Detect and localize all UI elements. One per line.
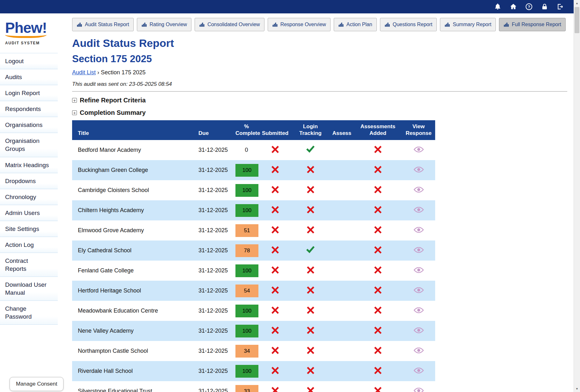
sidebar-item-organisation-groups[interactable]: Organisation Groups: [0, 133, 58, 157]
table-body: Bedford Manor Academy31-12-20250Buckingh…: [72, 140, 435, 392]
eye-icon[interactable]: [413, 347, 424, 354]
view-response-cell: [402, 361, 435, 381]
tab-label: Summary Report: [453, 22, 491, 27]
sidebar-item-action-log[interactable]: Action Log: [0, 237, 58, 253]
cross-icon: [271, 246, 279, 254]
table-row: Northampton Castle School31-12-202534: [72, 341, 435, 361]
eye-icon[interactable]: [413, 287, 424, 293]
submitted-cell: [259, 341, 291, 361]
sidebar-item-download-user-manual[interactable]: Download User Manual: [0, 277, 58, 301]
view-response-cell: [402, 281, 435, 301]
percent-complete-cell: 100: [234, 321, 259, 341]
assess-cell: [330, 140, 354, 160]
table-row: Ely Cathedral School31-12-202578: [72, 240, 435, 261]
due-date-cell: 31-12-2025: [197, 301, 234, 321]
cross-icon: [306, 226, 315, 234]
percent-complete-cell: 54: [234, 281, 259, 301]
logout-icon[interactable]: [556, 3, 564, 11]
sidebar-item-change-password[interactable]: Change Password: [0, 301, 58, 325]
eye-icon[interactable]: [413, 267, 424, 273]
sidebar-item-login-report[interactable]: Login Report: [0, 85, 58, 101]
eye-icon[interactable]: [413, 186, 424, 193]
eye-icon[interactable]: [413, 146, 424, 153]
table-row: Meadowbank Education Centre31-12-2025100: [72, 301, 435, 321]
eye-icon[interactable]: [413, 247, 424, 253]
sidebar-item-dropdowns[interactable]: Dropdowns: [0, 173, 58, 189]
sidebar-item-logout[interactable]: Logout: [0, 53, 58, 69]
sidebar-item-respondents[interactable]: Respondents: [0, 101, 58, 117]
org-title-cell: Hertford Heritage School: [72, 281, 197, 301]
org-title-cell: Riverdale Hall School: [72, 361, 197, 381]
cross-icon: [271, 346, 279, 355]
manage-consent-button[interactable]: Manage Consent: [10, 377, 63, 391]
sidebar-item-audits[interactable]: Audits: [0, 69, 58, 85]
view-response-cell: [402, 261, 435, 281]
expander-label: Refine Report Criteria: [80, 97, 146, 104]
cross-icon: [271, 266, 279, 274]
percent-complete-badge: 100: [235, 204, 258, 217]
table-row: Riverdale Hall School31-12-2025100: [72, 361, 435, 381]
cross-icon: [271, 165, 279, 174]
table-row: Hertford Heritage School31-12-202554: [72, 281, 435, 301]
sidebar-item-chronology[interactable]: Chronology: [0, 189, 58, 205]
cross-icon: [374, 246, 382, 254]
cross-icon: [271, 306, 279, 314]
cross-icon: [374, 226, 382, 234]
completion-summary-expander[interactable]: + Completion Summary: [72, 109, 567, 116]
eye-icon[interactable]: [413, 387, 424, 392]
report-tabs: Audit Status ReportRating OverviewConsol…: [72, 18, 567, 31]
sidebar-item-organisations[interactable]: Organisations: [0, 117, 58, 133]
login-tracking-cell: [291, 200, 330, 220]
due-date-cell: 31-12-2025: [197, 261, 234, 281]
expander-label: Completion Summary: [80, 109, 146, 116]
assess-cell: [330, 361, 354, 381]
due-date-cell: 31-12-2025: [197, 281, 234, 301]
submitted-cell: [259, 240, 291, 261]
scroll-thumb[interactable]: [575, 7, 579, 33]
tab-label: Action Plan: [346, 22, 372, 27]
audit-sent-note: This audit was sent on: 23-05-2025 08:54: [72, 81, 567, 87]
sidebar-item-contract-reports[interactable]: Contract Reports: [0, 253, 58, 277]
tab-full-response-report[interactable]: Full Response Report: [499, 18, 566, 31]
tab-summary-report[interactable]: Summary Report: [440, 18, 496, 31]
cross-icon: [271, 185, 279, 194]
tab-action-plan[interactable]: Action Plan: [334, 18, 377, 31]
percent-complete-badge: 78: [235, 244, 258, 257]
assess-cell: [330, 240, 354, 261]
tab-audit-status-report[interactable]: Audit Status Report: [72, 18, 134, 31]
breadcrumb-audit-list-link[interactable]: Audit List: [72, 69, 96, 76]
sidebar-item-admin-users[interactable]: Admin Users: [0, 205, 58, 221]
help-icon[interactable]: ?: [525, 3, 533, 11]
scrollbar[interactable]: ▲ ▼: [574, 0, 580, 392]
home-icon[interactable]: [509, 3, 517, 11]
cross-icon: [306, 386, 315, 392]
submitted-cell: [259, 160, 291, 180]
eye-icon[interactable]: [413, 367, 424, 374]
tab-label: Consolidated Overview: [207, 22, 260, 27]
eye-icon[interactable]: [413, 166, 424, 173]
eye-icon[interactable]: [413, 206, 424, 213]
login-tracking-cell: [291, 301, 330, 321]
eye-icon[interactable]: [413, 226, 424, 233]
tab-consolidated-overview[interactable]: Consolidated Overview: [195, 18, 264, 31]
percent-complete-cell: 51: [234, 220, 259, 240]
table-row: Buckingham Green College31-12-2025100: [72, 160, 435, 180]
lock-icon[interactable]: [541, 3, 548, 11]
scroll-up-arrow[interactable]: ▲: [574, 0, 580, 6]
tab-rating-overview[interactable]: Rating Overview: [137, 18, 191, 31]
app-body: Phew! AUDIT SYSTEM LogoutAuditsLogin Rep…: [0, 13, 574, 392]
eye-icon[interactable]: [413, 327, 424, 334]
audit-status-table: TitleDue% CompleteSubmittedLogin Trackin…: [72, 120, 435, 392]
page-title: Audit Status Report: [72, 37, 567, 49]
bar-chart-icon: [77, 22, 82, 27]
eye-icon[interactable]: [413, 307, 424, 314]
sidebar-item-site-settings[interactable]: Site Settings: [0, 221, 58, 237]
refine-report-criteria-expander[interactable]: + Refine Report Criteria: [72, 97, 567, 104]
tab-response-overview[interactable]: Response Overview: [268, 18, 331, 31]
sidebar-item-matrix-headings[interactable]: Matrix Headings: [0, 157, 58, 173]
bell-icon[interactable]: [494, 3, 502, 11]
tab-questions-report[interactable]: Questions Report: [380, 18, 437, 31]
scroll-down-arrow[interactable]: ▼: [574, 386, 580, 392]
percent-complete-badge: 100: [235, 264, 258, 277]
cross-icon: [306, 205, 315, 214]
